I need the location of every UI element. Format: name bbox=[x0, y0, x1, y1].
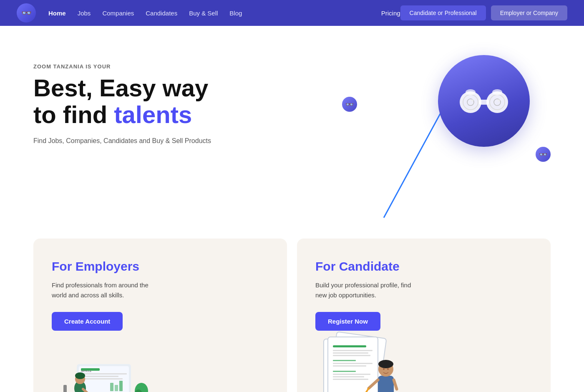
candidate-illus-svg bbox=[315, 331, 407, 392]
hero-visual: 👓 👓 bbox=[300, 47, 551, 222]
svg-rect-55 bbox=[333, 350, 373, 351]
svg-rect-58 bbox=[333, 360, 356, 361]
svg-rect-28 bbox=[81, 378, 123, 379]
hero-description: Find Jobs, Companies, Candidates and Buy… bbox=[33, 136, 211, 146]
logo-icon: 👓 bbox=[21, 8, 32, 18]
binoculars-circle bbox=[438, 55, 530, 147]
svg-point-5 bbox=[471, 99, 473, 102]
svg-rect-27 bbox=[81, 376, 118, 377]
svg-rect-10 bbox=[479, 100, 489, 105]
nav-links: Home Jobs Companies Candidates Buy & Sel… bbox=[48, 10, 377, 17]
hero-text: ZOOM TANZANIA IS YOUR Best, Easy way to … bbox=[33, 51, 211, 158]
svg-rect-30 bbox=[115, 385, 118, 391]
svg-rect-59 bbox=[333, 363, 373, 364]
binoculars-icon bbox=[459, 86, 509, 116]
svg-rect-56 bbox=[333, 352, 368, 354]
svg-point-9 bbox=[498, 99, 500, 102]
candidate-card-desc: Build your professional profile, find ne… bbox=[315, 280, 415, 300]
svg-point-12 bbox=[492, 89, 502, 95]
nav-candidates[interactable]: Candidates bbox=[146, 10, 177, 17]
svg-rect-62 bbox=[333, 374, 370, 375]
svg-rect-64 bbox=[333, 379, 368, 380]
employer-company-button[interactable]: Employer or Company bbox=[491, 5, 567, 20]
nav-buy-sell[interactable]: Buy & Sell bbox=[189, 10, 218, 17]
navbar: 👓 Home Jobs Companies Candidates Buy & S… bbox=[0, 0, 584, 26]
hero-title: Best, Easy way to find talents bbox=[33, 75, 211, 128]
svg-rect-63 bbox=[333, 376, 364, 377]
candidate-card-title: For Candidate bbox=[315, 259, 532, 274]
nav-jobs[interactable]: Jobs bbox=[78, 10, 91, 17]
cards-section: For Employers Find professionals from ar… bbox=[0, 230, 584, 392]
svg-rect-31 bbox=[119, 381, 123, 391]
svg-rect-29 bbox=[110, 383, 113, 391]
candidate-card: For Candidate Build your professional pr… bbox=[297, 239, 551, 392]
create-account-button[interactable]: Create Account bbox=[52, 312, 123, 331]
employer-illus-svg: ARTICLE PUBLISH bbox=[52, 331, 152, 392]
svg-rect-26 bbox=[81, 373, 127, 374]
svg-rect-68 bbox=[378, 376, 394, 392]
register-now-button[interactable]: Register Now bbox=[315, 312, 380, 331]
hero-title-line1: Best, Easy way bbox=[33, 74, 208, 101]
employer-card: For Employers Find professionals from ar… bbox=[33, 239, 287, 392]
svg-rect-60 bbox=[333, 365, 366, 367]
hero-title-accent: talents bbox=[114, 101, 192, 128]
svg-point-38 bbox=[75, 372, 85, 379]
nav-pricing[interactable]: Pricing bbox=[381, 10, 400, 17]
svg-rect-53 bbox=[328, 337, 378, 392]
svg-point-74 bbox=[387, 368, 389, 370]
svg-point-73 bbox=[383, 368, 385, 370]
svg-rect-35 bbox=[63, 385, 67, 392]
nav-buttons: Candidate or Professional Employer or Co… bbox=[400, 5, 567, 20]
svg-rect-61 bbox=[333, 371, 356, 372]
nav-companies[interactable]: Companies bbox=[102, 10, 134, 17]
employer-illustration: ARTICLE PUBLISH bbox=[52, 331, 152, 392]
candidate-illustration bbox=[315, 331, 407, 392]
hero-title-line2-plain: to find bbox=[33, 101, 114, 128]
employer-card-desc: Find professionals from around the world… bbox=[52, 280, 152, 300]
svg-rect-54 bbox=[333, 345, 366, 347]
svg-line-70 bbox=[394, 380, 397, 389]
logo[interactable]: 👓 bbox=[17, 3, 36, 23]
svg-rect-57 bbox=[333, 355, 370, 356]
candidate-professional-button[interactable]: Candidate or Professional bbox=[400, 5, 486, 20]
hero-section: ZOOM TANZANIA IS YOUR Best, Easy way to … bbox=[0, 26, 584, 230]
nav-blog[interactable]: Blog bbox=[229, 10, 242, 17]
nav-home[interactable]: Home bbox=[48, 10, 66, 17]
binoculars-visual bbox=[438, 55, 530, 147]
svg-point-11 bbox=[466, 89, 476, 95]
svg-text:ARTICLE: ARTICLE bbox=[81, 370, 91, 372]
svg-point-72 bbox=[378, 360, 393, 368]
hero-subtitle: ZOOM TANZANIA IS YOUR bbox=[33, 63, 211, 70]
logo-circle: 👓 bbox=[17, 3, 36, 23]
employer-card-title: For Employers bbox=[52, 259, 269, 274]
